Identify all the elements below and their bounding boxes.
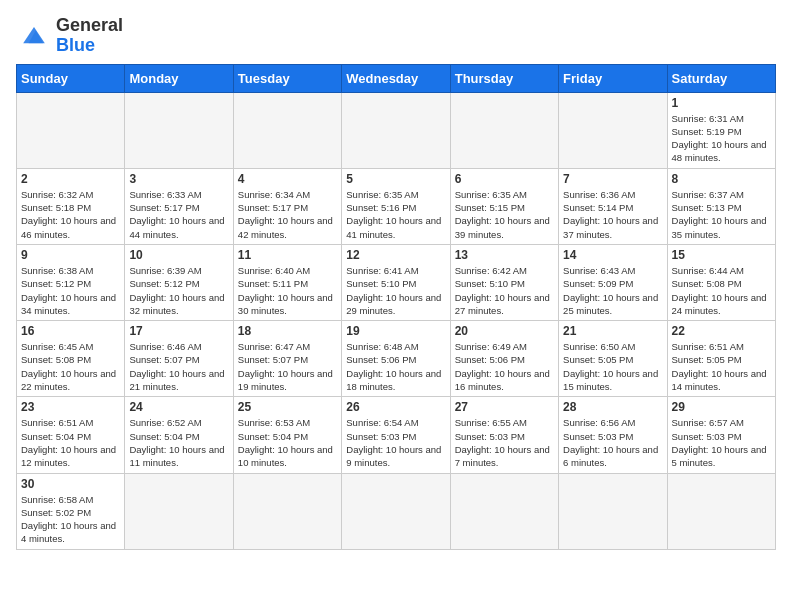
weekday-header-saturday: Saturday bbox=[667, 64, 775, 92]
day-info: Sunrise: 6:47 AM Sunset: 5:07 PM Dayligh… bbox=[238, 340, 337, 393]
day-info: Sunrise: 6:56 AM Sunset: 5:03 PM Dayligh… bbox=[563, 416, 662, 469]
day-number: 14 bbox=[563, 248, 662, 262]
day-info: Sunrise: 6:35 AM Sunset: 5:16 PM Dayligh… bbox=[346, 188, 445, 241]
day-number: 24 bbox=[129, 400, 228, 414]
calendar-week-row: 30Sunrise: 6:58 AM Sunset: 5:02 PM Dayli… bbox=[17, 473, 776, 549]
day-number: 9 bbox=[21, 248, 120, 262]
calendar-day: 22Sunrise: 6:51 AM Sunset: 5:05 PM Dayli… bbox=[667, 321, 775, 397]
day-info: Sunrise: 6:58 AM Sunset: 5:02 PM Dayligh… bbox=[21, 493, 120, 546]
day-number: 26 bbox=[346, 400, 445, 414]
day-number: 28 bbox=[563, 400, 662, 414]
calendar-day: 26Sunrise: 6:54 AM Sunset: 5:03 PM Dayli… bbox=[342, 397, 450, 473]
day-info: Sunrise: 6:38 AM Sunset: 5:12 PM Dayligh… bbox=[21, 264, 120, 317]
calendar-day: 9Sunrise: 6:38 AM Sunset: 5:12 PM Daylig… bbox=[17, 244, 125, 320]
logo-blue: Blue bbox=[56, 35, 95, 55]
day-number: 5 bbox=[346, 172, 445, 186]
calendar-day: 10Sunrise: 6:39 AM Sunset: 5:12 PM Dayli… bbox=[125, 244, 233, 320]
calendar-day bbox=[125, 92, 233, 168]
day-info: Sunrise: 6:40 AM Sunset: 5:11 PM Dayligh… bbox=[238, 264, 337, 317]
day-info: Sunrise: 6:43 AM Sunset: 5:09 PM Dayligh… bbox=[563, 264, 662, 317]
day-number: 27 bbox=[455, 400, 554, 414]
day-number: 15 bbox=[672, 248, 771, 262]
day-info: Sunrise: 6:51 AM Sunset: 5:04 PM Dayligh… bbox=[21, 416, 120, 469]
day-number: 23 bbox=[21, 400, 120, 414]
calendar-day bbox=[667, 473, 775, 549]
calendar-day bbox=[233, 473, 341, 549]
calendar-week-row: 9Sunrise: 6:38 AM Sunset: 5:12 PM Daylig… bbox=[17, 244, 776, 320]
calendar-day: 27Sunrise: 6:55 AM Sunset: 5:03 PM Dayli… bbox=[450, 397, 558, 473]
calendar-day bbox=[559, 92, 667, 168]
day-info: Sunrise: 6:45 AM Sunset: 5:08 PM Dayligh… bbox=[21, 340, 120, 393]
day-info: Sunrise: 6:37 AM Sunset: 5:13 PM Dayligh… bbox=[672, 188, 771, 241]
day-info: Sunrise: 6:53 AM Sunset: 5:04 PM Dayligh… bbox=[238, 416, 337, 469]
calendar-day: 11Sunrise: 6:40 AM Sunset: 5:11 PM Dayli… bbox=[233, 244, 341, 320]
calendar-day: 18Sunrise: 6:47 AM Sunset: 5:07 PM Dayli… bbox=[233, 321, 341, 397]
calendar-week-row: 1Sunrise: 6:31 AM Sunset: 5:19 PM Daylig… bbox=[17, 92, 776, 168]
day-number: 8 bbox=[672, 172, 771, 186]
day-number: 29 bbox=[672, 400, 771, 414]
calendar-day bbox=[233, 92, 341, 168]
weekday-header-tuesday: Tuesday bbox=[233, 64, 341, 92]
day-info: Sunrise: 6:46 AM Sunset: 5:07 PM Dayligh… bbox=[129, 340, 228, 393]
calendar-day: 16Sunrise: 6:45 AM Sunset: 5:08 PM Dayli… bbox=[17, 321, 125, 397]
day-number: 2 bbox=[21, 172, 120, 186]
day-number: 16 bbox=[21, 324, 120, 338]
calendar-day: 14Sunrise: 6:43 AM Sunset: 5:09 PM Dayli… bbox=[559, 244, 667, 320]
calendar-day bbox=[450, 92, 558, 168]
calendar-day bbox=[17, 92, 125, 168]
calendar-day: 12Sunrise: 6:41 AM Sunset: 5:10 PM Dayli… bbox=[342, 244, 450, 320]
calendar-day bbox=[342, 473, 450, 549]
logo: GeneralBlue bbox=[16, 16, 123, 56]
day-info: Sunrise: 6:31 AM Sunset: 5:19 PM Dayligh… bbox=[672, 112, 771, 165]
day-info: Sunrise: 6:44 AM Sunset: 5:08 PM Dayligh… bbox=[672, 264, 771, 317]
calendar-day: 1Sunrise: 6:31 AM Sunset: 5:19 PM Daylig… bbox=[667, 92, 775, 168]
day-number: 11 bbox=[238, 248, 337, 262]
logo-icon bbox=[16, 18, 52, 54]
calendar-table: SundayMondayTuesdayWednesdayThursdayFrid… bbox=[16, 64, 776, 550]
calendar-day: 21Sunrise: 6:50 AM Sunset: 5:05 PM Dayli… bbox=[559, 321, 667, 397]
day-info: Sunrise: 6:42 AM Sunset: 5:10 PM Dayligh… bbox=[455, 264, 554, 317]
weekday-header-monday: Monday bbox=[125, 64, 233, 92]
calendar-day: 28Sunrise: 6:56 AM Sunset: 5:03 PM Dayli… bbox=[559, 397, 667, 473]
calendar-day bbox=[342, 92, 450, 168]
calendar-day: 30Sunrise: 6:58 AM Sunset: 5:02 PM Dayli… bbox=[17, 473, 125, 549]
day-number: 4 bbox=[238, 172, 337, 186]
day-info: Sunrise: 6:33 AM Sunset: 5:17 PM Dayligh… bbox=[129, 188, 228, 241]
weekday-header-wednesday: Wednesday bbox=[342, 64, 450, 92]
day-number: 10 bbox=[129, 248, 228, 262]
day-info: Sunrise: 6:34 AM Sunset: 5:17 PM Dayligh… bbox=[238, 188, 337, 241]
day-number: 17 bbox=[129, 324, 228, 338]
day-info: Sunrise: 6:49 AM Sunset: 5:06 PM Dayligh… bbox=[455, 340, 554, 393]
calendar-day: 25Sunrise: 6:53 AM Sunset: 5:04 PM Dayli… bbox=[233, 397, 341, 473]
calendar-day: 5Sunrise: 6:35 AM Sunset: 5:16 PM Daylig… bbox=[342, 168, 450, 244]
day-number: 18 bbox=[238, 324, 337, 338]
calendar-day: 23Sunrise: 6:51 AM Sunset: 5:04 PM Dayli… bbox=[17, 397, 125, 473]
day-info: Sunrise: 6:50 AM Sunset: 5:05 PM Dayligh… bbox=[563, 340, 662, 393]
calendar-day bbox=[559, 473, 667, 549]
day-info: Sunrise: 6:39 AM Sunset: 5:12 PM Dayligh… bbox=[129, 264, 228, 317]
day-info: Sunrise: 6:51 AM Sunset: 5:05 PM Dayligh… bbox=[672, 340, 771, 393]
day-info: Sunrise: 6:41 AM Sunset: 5:10 PM Dayligh… bbox=[346, 264, 445, 317]
calendar-day: 20Sunrise: 6:49 AM Sunset: 5:06 PM Dayli… bbox=[450, 321, 558, 397]
day-number: 19 bbox=[346, 324, 445, 338]
calendar-day bbox=[450, 473, 558, 549]
day-number: 1 bbox=[672, 96, 771, 110]
day-info: Sunrise: 6:57 AM Sunset: 5:03 PM Dayligh… bbox=[672, 416, 771, 469]
calendar-day: 2Sunrise: 6:32 AM Sunset: 5:18 PM Daylig… bbox=[17, 168, 125, 244]
calendar-day bbox=[125, 473, 233, 549]
calendar-week-row: 16Sunrise: 6:45 AM Sunset: 5:08 PM Dayli… bbox=[17, 321, 776, 397]
logo-text: GeneralBlue bbox=[56, 16, 123, 56]
calendar-day: 6Sunrise: 6:35 AM Sunset: 5:15 PM Daylig… bbox=[450, 168, 558, 244]
day-number: 30 bbox=[21, 477, 120, 491]
calendar-day: 24Sunrise: 6:52 AM Sunset: 5:04 PM Dayli… bbox=[125, 397, 233, 473]
calendar-day: 8Sunrise: 6:37 AM Sunset: 5:13 PM Daylig… bbox=[667, 168, 775, 244]
calendar-day: 3Sunrise: 6:33 AM Sunset: 5:17 PM Daylig… bbox=[125, 168, 233, 244]
calendar-day: 19Sunrise: 6:48 AM Sunset: 5:06 PM Dayli… bbox=[342, 321, 450, 397]
calendar-week-row: 2Sunrise: 6:32 AM Sunset: 5:18 PM Daylig… bbox=[17, 168, 776, 244]
calendar-day: 7Sunrise: 6:36 AM Sunset: 5:14 PM Daylig… bbox=[559, 168, 667, 244]
calendar-day: 29Sunrise: 6:57 AM Sunset: 5:03 PM Dayli… bbox=[667, 397, 775, 473]
calendar-week-row: 23Sunrise: 6:51 AM Sunset: 5:04 PM Dayli… bbox=[17, 397, 776, 473]
day-info: Sunrise: 6:54 AM Sunset: 5:03 PM Dayligh… bbox=[346, 416, 445, 469]
day-info: Sunrise: 6:32 AM Sunset: 5:18 PM Dayligh… bbox=[21, 188, 120, 241]
day-number: 12 bbox=[346, 248, 445, 262]
